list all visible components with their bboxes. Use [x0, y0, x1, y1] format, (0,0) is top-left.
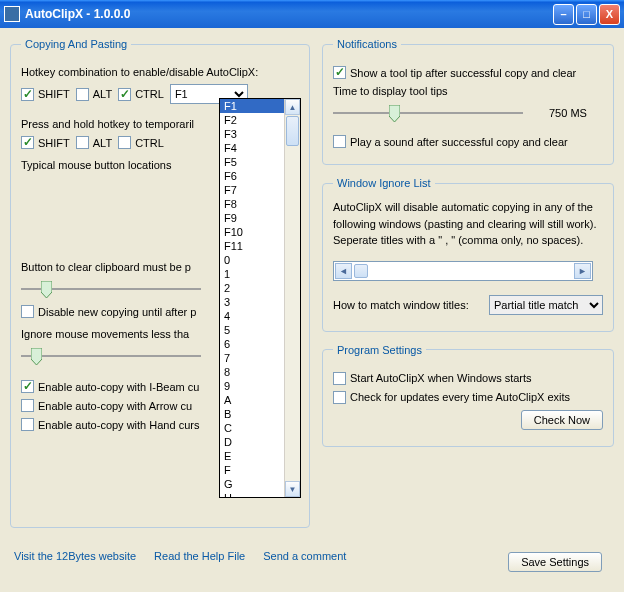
tooltip-time-slider[interactable] — [333, 103, 523, 123]
clear-button-slider[interactable] — [21, 279, 201, 299]
show-tooltip-checkbox[interactable]: Show a tool tip after successful copy an… — [333, 66, 576, 79]
hotkey-label: Hotkey combination to enable/disable Aut… — [21, 66, 258, 78]
match-label: How to match window titles: — [333, 299, 469, 311]
check-updates-checkbox[interactable]: Check for updates every time AutoClipX e… — [333, 391, 570, 404]
list-scroll-right[interactable]: ► — [574, 263, 591, 279]
ignore-mouse-label: Ignore mouse movements less tha — [21, 328, 189, 340]
program-legend: Program Settings — [333, 344, 426, 356]
alt-checkbox-2[interactable]: ALT — [76, 136, 112, 149]
scroll-down-arrow[interactable]: ▼ — [285, 481, 300, 497]
maximize-button[interactable]: □ — [576, 4, 597, 25]
check-now-button[interactable]: Check Now — [521, 410, 603, 430]
program-settings-group: Program Settings Start AutoClipX when Wi… — [322, 344, 614, 447]
notifications-legend: Notifications — [333, 38, 401, 50]
scroll-thumb[interactable] — [286, 116, 299, 146]
list-scroll-left[interactable]: ◄ — [335, 263, 352, 279]
list-scroll-thumb[interactable] — [354, 264, 368, 278]
hand-checkbox[interactable]: Enable auto-copy with Hand curs — [21, 418, 199, 431]
app-icon — [4, 6, 20, 22]
fkey-dropdown-list[interactable]: F1F2F3F4F5F6F7F8F9F10F110123456789ABCDEF… — [219, 98, 301, 498]
website-link[interactable]: Visit the 12Bytes website — [14, 550, 136, 562]
ms-value: 750 MS — [549, 107, 587, 119]
comment-link[interactable]: Send a comment — [263, 550, 346, 562]
window-ignore-group: Window Ignore List AutoClipX will disabl… — [322, 177, 614, 332]
temp-hotkey-label: Press and hold hotkey to temporaril — [21, 118, 194, 130]
scroll-up-arrow[interactable]: ▲ — [285, 99, 300, 115]
dropdown-scrollbar[interactable]: ▲ ▼ — [284, 99, 300, 497]
title-bar: AutoClipX - 1.0.0.0 – □ X — [0, 0, 624, 28]
ignore-titles-listbox[interactable]: ◄ ► — [333, 261, 593, 281]
clear-button-label: Button to clear clipboard must be p — [21, 261, 191, 273]
copying-pasting-group: Copying And Pasting Hotkey combination t… — [10, 38, 310, 528]
play-sound-checkbox[interactable]: Play a sound after successful copy and c… — [333, 135, 568, 148]
minimize-button[interactable]: – — [553, 4, 574, 25]
notifications-group: Notifications Show a tool tip after succ… — [322, 38, 614, 165]
ignore-note: AutoClipX will disable automatic copying… — [333, 199, 603, 249]
window-title: AutoClipX - 1.0.0.0 — [25, 7, 551, 21]
save-settings-button[interactable]: Save Settings — [508, 552, 602, 572]
close-button[interactable]: X — [599, 4, 620, 25]
disable-new-copying-checkbox[interactable]: Disable new copying until after p — [21, 305, 196, 318]
arrow-checkbox[interactable]: Enable auto-copy with Arrow cu — [21, 399, 192, 412]
ctrl-checkbox-2[interactable]: CTRL — [118, 136, 164, 149]
help-link[interactable]: Read the Help File — [154, 550, 245, 562]
ignore-legend: Window Ignore List — [333, 177, 435, 189]
typical-mouse-label: Typical mouse button locations — [21, 159, 171, 171]
startup-checkbox[interactable]: Start AutoClipX when Windows starts — [333, 372, 532, 385]
alt-checkbox[interactable]: ALT — [76, 88, 112, 101]
shift-checkbox[interactable]: SHIFT — [21, 88, 70, 101]
tooltip-time-label: Time to display tool tips — [333, 85, 448, 97]
match-titles-combo[interactable]: Partial title match — [489, 295, 603, 315]
ctrl-checkbox[interactable]: CTRL — [118, 88, 164, 101]
shift-checkbox-2[interactable]: SHIFT — [21, 136, 70, 149]
ignore-mouse-slider[interactable] — [21, 346, 201, 366]
copying-legend: Copying And Pasting — [21, 38, 131, 50]
ibeam-checkbox[interactable]: Enable auto-copy with I-Beam cu — [21, 380, 199, 393]
